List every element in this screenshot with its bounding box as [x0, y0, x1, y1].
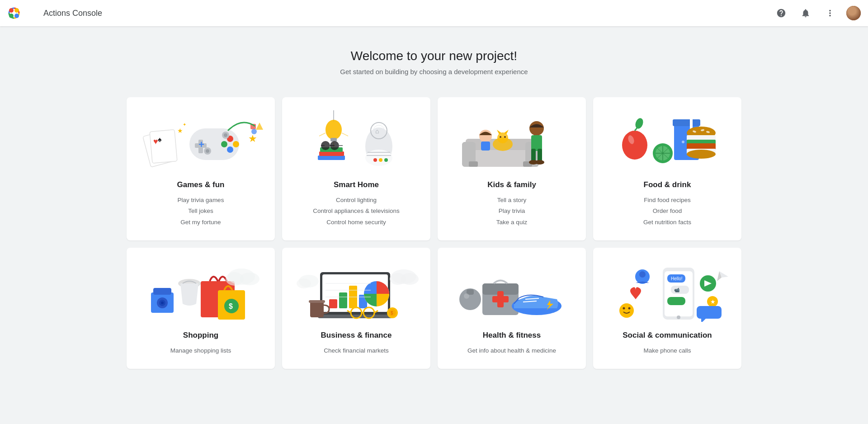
svg-point-14 — [221, 141, 227, 147]
card-social-communication[interactable]: Hello! 📹 — [593, 248, 741, 369]
svg-point-45 — [373, 158, 377, 162]
welcome-section: Welcome to your new project! Get started… — [127, 49, 741, 75]
svg-text:📹: 📹 — [674, 287, 680, 293]
svg-rect-150 — [667, 297, 685, 305]
svg-rect-29 — [330, 138, 337, 141]
card-food-drink[interactable]: Food & drink Find food recipes Order foo… — [593, 97, 741, 240]
feature-item: Play trivia — [496, 206, 527, 217]
svg-point-15 — [227, 146, 233, 153]
feature-item: Control home security — [313, 217, 399, 228]
svg-line-31 — [319, 133, 326, 136]
card-features-social-communication: Make phone calls — [643, 345, 691, 356]
card-title-kids-family: Kids & family — [487, 180, 536, 189]
card-illustration-business-finance: $ — [291, 259, 421, 322]
user-avatar[interactable] — [846, 6, 861, 20]
svg-text:★: ★ — [710, 298, 716, 305]
card-business-finance[interactable]: $ Business & finance Check financial mar… — [282, 248, 430, 369]
svg-rect-38 — [330, 145, 335, 146]
svg-point-2 — [14, 8, 19, 13]
feature-item: Get nutrition facts — [643, 217, 691, 228]
card-title-business-finance: Business & finance — [321, 331, 392, 340]
svg-rect-40 — [339, 145, 343, 146]
card-smart-home[interactable]: ⌂ Smart Home Control lighting Control ap… — [282, 97, 430, 240]
svg-point-58 — [497, 132, 508, 143]
svg-rect-33 — [318, 155, 345, 160]
avatar-image — [846, 6, 861, 20]
card-title-social-communication: Social & communication — [623, 331, 712, 340]
card-title-smart-home: Smart Home — [334, 180, 379, 189]
feature-item: Check financial markets — [324, 345, 388, 356]
card-kids-family[interactable]: Kids & family Tell a story Play trivia T… — [438, 97, 586, 240]
feature-item: Tell a story — [496, 195, 527, 206]
svg-text:Hello!: Hello! — [671, 276, 683, 281]
svg-text:★: ★ — [248, 133, 257, 144]
svg-point-18 — [206, 149, 209, 153]
notification-button[interactable] — [797, 5, 814, 21]
svg-rect-34 — [319, 151, 344, 156]
feature-item: Take a quiz — [496, 217, 527, 228]
card-features-games-fun: Play trivia games Tell jokes Get my fort… — [178, 195, 224, 228]
svg-point-132 — [297, 278, 311, 288]
welcome-title: Welcome to your new project! — [127, 49, 741, 63]
svg-text:$: $ — [391, 311, 393, 316]
card-title-food-drink: Food & drink — [644, 180, 691, 189]
svg-point-62 — [504, 136, 506, 138]
google-dots-icon — [7, 6, 21, 20]
svg-rect-136 — [492, 296, 509, 302]
svg-point-154 — [619, 303, 634, 318]
more-menu-button[interactable] — [822, 5, 838, 21]
more-vert-icon — [825, 8, 835, 18]
svg-rect-148 — [671, 286, 689, 294]
feature-item: Control lighting — [313, 195, 399, 206]
svg-point-46 — [379, 158, 382, 162]
help-button[interactable] — [773, 5, 789, 21]
feature-item: Control appliances & televisions — [313, 206, 399, 217]
feature-item: Get my fortune — [178, 217, 224, 228]
svg-rect-82 — [687, 143, 716, 150]
svg-point-47 — [384, 158, 388, 162]
card-title-health-fitness: Health & fitness — [483, 331, 541, 340]
card-features-smart-home: Control lighting Control appliances & te… — [313, 195, 399, 228]
card-title-games-fun: Games & fun — [177, 180, 225, 189]
feature-item: Make phone calls — [643, 345, 691, 356]
card-games-fun[interactable]: ♥ ♠ — [127, 97, 275, 240]
svg-point-156 — [628, 307, 631, 309]
svg-point-151 — [677, 316, 680, 319]
card-features-business-finance: Check financial markets — [324, 345, 388, 356]
main-content: Welcome to your new project! Get started… — [108, 26, 760, 387]
svg-rect-110 — [329, 299, 337, 308]
card-illustration-smart-home: ⌂ — [291, 108, 421, 171]
svg-point-153 — [639, 271, 646, 278]
card-illustration-games-fun: ♥ ♠ — [136, 108, 266, 171]
feature-item: Order food — [643, 206, 691, 217]
svg-point-3 — [9, 14, 14, 18]
svg-rect-75 — [673, 119, 700, 126]
header-actions — [773, 5, 861, 21]
svg-point-19 — [224, 133, 227, 137]
notification-icon — [801, 8, 811, 18]
card-features-food-drink: Find food recipes Order food Get nutriti… — [643, 195, 691, 228]
card-shopping[interactable]: $ Shopping Manage shopping lists — [127, 248, 275, 369]
svg-rect-163 — [697, 306, 722, 319]
card-illustration-food-drink — [602, 108, 732, 171]
svg-point-28 — [326, 120, 342, 140]
svg-point-71 — [622, 131, 647, 160]
svg-point-130 — [401, 273, 419, 285]
feature-item: Get info about health & medicine — [467, 345, 556, 356]
svg-rect-119 — [309, 300, 325, 303]
svg-text:$: $ — [229, 302, 233, 310]
svg-point-4 — [14, 14, 19, 18]
svg-point-61 — [500, 136, 501, 138]
svg-point-70 — [535, 160, 544, 165]
app-title: Actions Console — [43, 9, 102, 18]
svg-point-143 — [464, 293, 469, 299]
feature-item: Play trivia games — [178, 195, 224, 206]
svg-rect-55 — [469, 161, 478, 167]
card-features-shopping: Manage shopping lists — [170, 345, 231, 356]
help-icon — [776, 8, 786, 18]
card-features-kids-family: Tell a story Play trivia Take a quiz — [496, 195, 527, 228]
card-health-fitness[interactable]: Health & fitness Get info about health &… — [438, 248, 586, 369]
svg-point-98 — [161, 302, 164, 304]
svg-marker-25 — [256, 122, 263, 130]
card-title-shopping: Shopping — [183, 331, 218, 340]
